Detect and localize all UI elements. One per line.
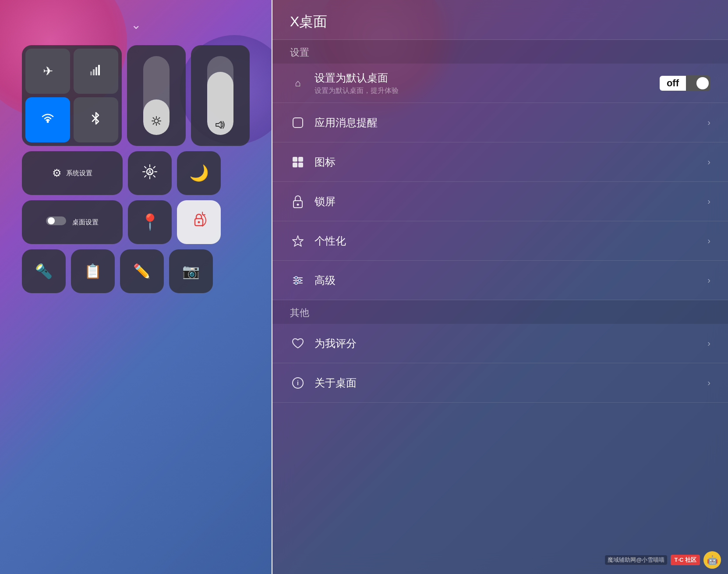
svg-rect-2 — [95, 67, 97, 75]
system-settings-button[interactable]: ⚙ 系统设置 — [22, 151, 123, 195]
bluetooth-button[interactable] — [74, 97, 118, 142]
svg-line-13 — [153, 123, 154, 124]
rate-us-title: 为我评分 — [315, 337, 699, 351]
app-notifications-title: 应用消息提醒 — [315, 116, 699, 130]
chevron-right-icon-5: › — [707, 275, 710, 285]
location-button[interactable]: 📍 — [128, 200, 172, 244]
toggle-track[interactable] — [686, 75, 710, 91]
chevron-right-icon-2: › — [707, 157, 710, 167]
svg-rect-33 — [298, 163, 303, 167]
svg-rect-29 — [293, 118, 303, 128]
lock-rotation-icon — [189, 211, 209, 234]
heart-icon — [290, 336, 306, 351]
wifi-button[interactable] — [25, 97, 70, 142]
desktop-settings-label: 桌面设置 — [72, 218, 99, 227]
svg-point-28 — [198, 221, 200, 223]
advanced-row[interactable]: 高级 › — [272, 261, 728, 300]
flashlight-icon: 🔦 — [35, 263, 53, 280]
default-desktop-toggle[interactable]: off — [660, 75, 710, 91]
icons-row[interactable]: 图标 › — [272, 142, 728, 182]
svg-marker-14 — [216, 121, 221, 128]
svg-line-24 — [145, 175, 146, 177]
airplane-mode-button[interactable]: ✈ — [25, 49, 70, 94]
brightness-track — [143, 56, 170, 135]
about-row[interactable]: i 关于桌面 › — [272, 363, 728, 403]
svg-point-5 — [155, 119, 159, 123]
volume-slider-icon — [215, 120, 226, 131]
personalize-content: 个性化 — [315, 234, 699, 248]
svg-rect-31 — [298, 157, 303, 162]
default-desktop-row[interactable]: ⌂ 设置为默认桌面 设置为默认桌面，提升体验 off — [272, 64, 728, 103]
camera-button[interactable]: 📷 — [169, 249, 213, 293]
default-desktop-title: 设置为默认桌面 — [315, 71, 651, 85]
svg-line-12 — [159, 118, 159, 119]
chevron-right-icon-6: › — [707, 338, 710, 348]
system-settings-label: 系统设置 — [66, 169, 92, 177]
toggle-switch[interactable]: off — [660, 75, 710, 91]
location-icon: 📍 — [140, 213, 160, 231]
default-desktop-subtitle: 设置为默认桌面，提升体验 — [315, 86, 651, 96]
last-row: 🔦 📋 ✏️ 📷 — [22, 249, 250, 293]
icons-title: 图标 — [315, 155, 699, 169]
about-chevron: › — [707, 378, 710, 388]
control-center: ⌄ ✈ — [0, 0, 272, 574]
personalize-row[interactable]: 个性化 › — [272, 221, 728, 261]
chevron-right-icon-7: › — [707, 378, 710, 388]
svg-rect-1 — [93, 69, 95, 75]
lock-screen-title: 锁屏 — [315, 195, 699, 209]
svg-text:A: A — [148, 169, 152, 175]
auto-brightness-button[interactable]: A — [128, 151, 172, 195]
notes-button[interactable]: 📋 — [71, 249, 115, 293]
gear-icon: ⚙ — [52, 167, 62, 179]
svg-line-10 — [153, 118, 154, 119]
right-panel: X桌面 设置 ⌂ 设置为默认桌面 设置为默认桌面，提升体验 off — [272, 0, 728, 574]
moon-icon: 🌙 — [189, 164, 209, 182]
svg-marker-36 — [293, 236, 303, 246]
personalize-chevron: › — [707, 236, 710, 246]
advanced-content: 高级 — [315, 273, 699, 287]
personalize-title: 个性化 — [315, 234, 699, 248]
brightness-slider[interactable] — [127, 45, 186, 146]
chevron-down-icon[interactable]: ⌄ — [131, 18, 141, 32]
svg-point-41 — [298, 279, 301, 282]
notification-icon — [290, 115, 306, 131]
flashlight-button[interactable]: 🔦 — [22, 249, 66, 293]
lock-screen-row[interactable]: 锁屏 › — [272, 182, 728, 221]
svg-rect-0 — [90, 71, 92, 75]
advanced-icon — [290, 273, 306, 288]
icons-chevron: › — [707, 157, 710, 167]
advanced-chevron: › — [707, 275, 710, 285]
notes-icon: 📋 — [84, 263, 102, 280]
settings-content: X桌面 设置 ⌂ 设置为默认桌面 设置为默认桌面，提升体验 off — [272, 0, 728, 574]
lock-screen-content: 锁屏 — [315, 195, 699, 209]
middle-row: ⚙ 系统设置 A — [22, 151, 250, 195]
rate-us-content: 为我评分 — [315, 337, 699, 351]
lock-rotation-button[interactable] — [177, 200, 221, 244]
watermark-badge: T·C 社区 — [671, 555, 700, 565]
settings-section-header: 设置 — [272, 40, 728, 64]
svg-point-4 — [47, 121, 49, 123]
bluetooth-icon — [91, 112, 101, 128]
toggle-icon — [46, 214, 68, 230]
connectivity-block: ✈ — [22, 45, 122, 146]
pencil-icon: ✏️ — [133, 263, 151, 280]
rate-us-row[interactable]: 为我评分 › — [272, 324, 728, 363]
watermark: 魔域辅助网@小雪喵喵 T·C 社区 🤖 — [605, 551, 721, 569]
toggle-thumb — [696, 77, 709, 89]
app-title: X桌面 — [272, 0, 728, 40]
watermark-source: 魔域辅助网@小雪喵喵 — [605, 555, 667, 565]
icons-content: 图标 — [315, 155, 699, 169]
about-title: 关于桌面 — [315, 376, 699, 390]
wifi-icon — [41, 113, 54, 127]
night-mode-button[interactable]: 🌙 — [177, 151, 221, 195]
svg-point-40 — [295, 276, 297, 279]
desktop-settings-button[interactable]: 桌面设置 — [22, 200, 123, 244]
other-section-header: 其他 — [272, 300, 728, 324]
cellular-button[interactable] — [74, 49, 118, 94]
app-notifications-row[interactable]: 应用消息提醒 › — [272, 103, 728, 142]
star-icon — [290, 233, 306, 249]
app-notifications-content: 应用消息提醒 — [315, 116, 699, 130]
volume-slider[interactable] — [191, 45, 250, 146]
pencil-button[interactable]: ✏️ — [120, 249, 164, 293]
camera-icon: 📷 — [182, 263, 200, 280]
